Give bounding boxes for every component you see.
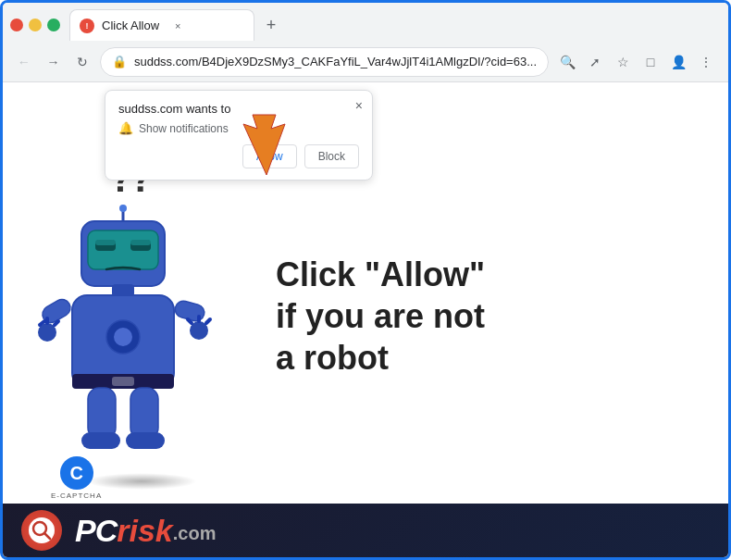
active-tab[interactable]: ! Click Allow × [69, 9, 254, 41]
svg-line-31 [44, 533, 50, 539]
svg-line-20 [55, 321, 58, 325]
magnify-icon [31, 520, 52, 541]
svg-rect-15 [112, 377, 134, 386]
arrow-container [225, 110, 308, 188]
tab-title: Click Allow [102, 19, 159, 32]
robot-shadow [86, 473, 197, 490]
svg-line-23 [188, 319, 192, 323]
bell-icon: 🔔 [118, 121, 133, 135]
address-actions: 🔍 ➚ ☆ □ 👤 ⋮ [554, 49, 719, 75]
svg-rect-7 [130, 240, 151, 245]
address-bar-row: ← → ↻ 🔒 suddss.com/B4DjeX9DzSMy3_CAKFaYf… [3, 42, 728, 82]
tab-bar: ! Click Allow × + [69, 9, 721, 41]
pcrisk-text: PC risk .com [75, 513, 216, 549]
captcha-label: E-CAPTCHA [51, 492, 102, 500]
search-icon-button[interactable]: 🔍 [554, 49, 580, 75]
arrow-icon [225, 110, 308, 184]
svg-rect-26 [88, 388, 116, 439]
extensions-icon-button[interactable]: □ [638, 49, 663, 75]
svg-point-13 [114, 328, 132, 346]
pcrisk-icon [21, 510, 62, 551]
share-icon-button[interactable]: ➚ [582, 49, 608, 75]
maximize-window-button[interactable] [47, 19, 60, 31]
block-button[interactable]: Block [304, 144, 359, 168]
main-text: Click "Allow" if you are not a robot [276, 254, 485, 379]
svg-line-25 [206, 319, 210, 323]
pcrisk-com-text: .com [173, 523, 217, 544]
captcha-logo: C E-CAPTCHA [51, 456, 102, 500]
pcrisk-icon-inner [29, 517, 55, 543]
lock-icon: 🔒 [112, 55, 127, 68]
minimize-window-button[interactable] [29, 19, 42, 31]
popup-permission-text: Show notifications [139, 122, 229, 135]
svg-point-9 [119, 205, 127, 212]
forward-button[interactable]: → [42, 49, 66, 75]
new-tab-button[interactable]: + [258, 12, 284, 38]
back-button[interactable]: ← [12, 49, 36, 75]
pcrisk-bar: PC risk .com [3, 504, 728, 557]
main-text-line2: if you are not [276, 295, 485, 337]
close-window-button[interactable] [10, 19, 23, 31]
bookmark-icon-button[interactable]: ☆ [610, 49, 636, 75]
popup-close-button[interactable]: × [355, 98, 363, 113]
title-bar: ! Click Allow × + [3, 3, 728, 42]
page-content: × suddss.com wants to 🔔 Show notificatio… [3, 82, 728, 557]
main-text-line1: Click "Allow" [276, 254, 485, 295]
svg-rect-6 [95, 240, 116, 245]
window-controls [10, 19, 60, 31]
address-box[interactable]: 🔒 suddss.com/B4DjeX9DzSMy3_CAKFaYfiL_Var… [100, 47, 549, 77]
menu-icon-button[interactable]: ⋮ [693, 49, 719, 75]
robot-svg [31, 203, 216, 471]
svg-marker-1 [243, 115, 285, 175]
profile-icon-button[interactable]: 👤 [665, 49, 691, 75]
refresh-button[interactable]: ↻ [70, 49, 94, 75]
robot-illustration [31, 203, 253, 499]
address-text: suddss.com/B4DjeX9DzSMy3_CAKFaYfiL_Var4w… [134, 55, 537, 68]
svg-rect-28 [130, 388, 158, 439]
svg-rect-27 [81, 432, 120, 449]
main-text-line3: a robot [276, 337, 485, 379]
browser-window: ! Click Allow × + ← → ↻ 🔒 suddss.com/B4D… [0, 0, 731, 560]
svg-rect-29 [126, 432, 165, 449]
tab-close-button[interactable]: × [170, 19, 185, 33]
tab-favicon: ! [80, 19, 94, 33]
captcha-icon: C [60, 456, 93, 490]
pcrisk-pc-text: PC [75, 513, 117, 549]
pcrisk-risk-text: risk [117, 513, 173, 549]
